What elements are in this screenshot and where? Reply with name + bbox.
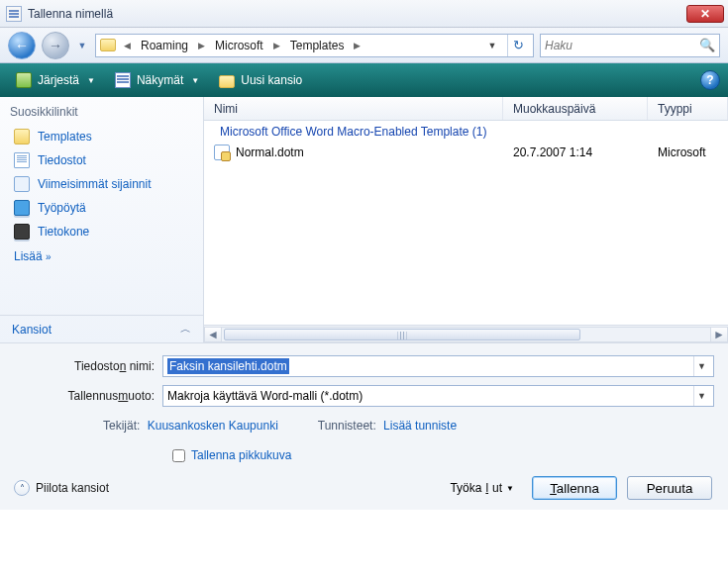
refresh-button[interactable]: ↻ <box>507 35 529 56</box>
navbar: ← → ▼ ◀ Roaming ▶ Microsoft ▶ Templates … <box>0 28 728 63</box>
chevron-right-icon[interactable]: ▶ <box>271 41 282 50</box>
recent-icon <box>14 176 30 192</box>
sidebar-item-computer[interactable]: Tietokone <box>0 220 203 243</box>
column-name[interactable]: Nimi <box>204 97 503 120</box>
save-thumbnail-checkbox[interactable] <box>172 449 185 462</box>
sidebar-item-label: Tiedostot <box>38 153 86 167</box>
hide-folders-label: Piilota kansiot <box>36 481 109 495</box>
chevron-right-icon[interactable]: ▶ <box>196 41 207 50</box>
window-title: Tallenna nimellä <box>28 7 686 21</box>
address-bar[interactable]: ◀ Roaming ▶ Microsoft ▶ Templates ▶ ▼ ↻ <box>95 34 534 57</box>
column-modified[interactable]: Muokkauspäivä <box>503 97 648 120</box>
chevron-double-right-icon: » <box>46 251 50 262</box>
tags-key: Tunnisteet: <box>318 419 376 433</box>
desktop-icon <box>14 200 30 216</box>
scroll-thumb[interactable] <box>224 329 580 340</box>
views-icon <box>115 72 131 88</box>
chevron-right-icon[interactable]: ▶ <box>352 41 363 50</box>
organize-label: Järjestä <box>38 73 79 87</box>
views-button[interactable]: Näkymät ▼ <box>107 69 207 91</box>
computer-icon <box>14 224 30 240</box>
horizontal-scrollbar[interactable]: ◄ ► <box>204 325 728 342</box>
save-form: Tiedoston nimi: Faksin kansilehti.dotm ▼… <box>0 343 728 510</box>
views-label: Näkymät <box>137 73 183 87</box>
save-thumbnail-label[interactable]: Tallenna pikkukuva <box>191 448 291 462</box>
sidebar-item-label: Templates <box>38 130 92 144</box>
search-icon[interactable]: 🔍 <box>699 38 715 52</box>
chevron-down-icon: ▼ <box>191 76 199 85</box>
filetype-label: Tallennusmuoto: <box>14 389 162 403</box>
filename-label: Tiedoston nimi: <box>14 359 162 373</box>
chevron-left-icon[interactable]: ◀ <box>122 41 133 50</box>
folder-icon <box>100 39 116 51</box>
file-name: Normal.dotm <box>236 145 513 159</box>
folders-label: Kansiot <box>12 323 52 337</box>
scroll-right-button[interactable]: ► <box>710 327 728 342</box>
filetype-value: Makroja käyttävä Word-malli (*.dotm) <box>167 389 363 403</box>
scroll-left-button[interactable]: ◄ <box>204 327 222 342</box>
sidebar-more[interactable]: Lisää » <box>0 243 203 269</box>
breadcrumb-item-0[interactable]: Roaming <box>139 39 190 52</box>
file-modified: 20.7.2007 1:14 <box>513 145 658 159</box>
command-bar: Järjestä ▼ Näkymät ▼ Uusi kansio ? <box>0 63 728 97</box>
file-group-header[interactable]: Microsoft Office Word Macro-Enabled Temp… <box>204 121 728 143</box>
filetype-combobox[interactable]: Makroja käyttävä Word-malli (*.dotm) ▼ <box>162 385 714 407</box>
folder-icon <box>14 129 30 145</box>
new-folder-label: Uusi kansio <box>241 73 302 87</box>
sidebar-item-label: Tietokone <box>38 225 89 239</box>
documents-icon <box>14 152 30 168</box>
authors-value[interactable]: Kuusankosken Kaupunki <box>148 419 278 433</box>
sidebar-item-label: Viimeisimmät sijainnit <box>38 177 151 191</box>
file-type: Microsoft <box>658 145 728 159</box>
organize-button[interactable]: Järjestä ▼ <box>8 69 103 91</box>
forward-button[interactable]: → <box>42 32 69 59</box>
new-folder-button[interactable]: Uusi kansio <box>211 70 310 90</box>
sidebar: Suosikkilinkit Templates Tiedostot Viime… <box>0 97 204 342</box>
sidebar-more-label: Lisää <box>14 249 43 263</box>
file-row[interactable]: Normal.dotm 20.7.2007 1:14 Microsoft <box>204 143 728 162</box>
file-list: Nimi Muokkauspäivä Tyyppi Microsoft Offi… <box>204 97 728 342</box>
file-icon <box>214 145 230 160</box>
filename-value[interactable]: Faksin kansilehti.dotm <box>167 358 289 374</box>
chevron-down-icon: ▼ <box>87 76 95 85</box>
authors-key: Tekijät: <box>103 419 140 433</box>
new-folder-icon <box>219 75 235 88</box>
sidebar-item-label: Työpöytä <box>38 201 86 215</box>
sidebar-item-documents[interactable]: Tiedostot <box>0 148 203 172</box>
column-type[interactable]: Tyyppi <box>648 97 728 120</box>
column-headers: Nimi Muokkauspäivä Tyyppi <box>204 97 728 121</box>
chevron-up-icon: ︿ <box>180 322 191 337</box>
filename-combobox[interactable]: Faksin kansilehti.dotm ▼ <box>162 355 714 377</box>
search-box[interactable]: 🔍 <box>540 34 720 57</box>
close-button[interactable]: ✕ <box>686 5 724 23</box>
address-dropdown[interactable]: ▼ <box>483 41 501 50</box>
chevron-down-icon[interactable]: ▼ <box>693 356 709 376</box>
search-input[interactable] <box>545 39 699 52</box>
nav-history-dropdown[interactable]: ▼ <box>75 32 89 59</box>
chevron-down-icon: ▼ <box>506 484 514 493</box>
main-area: Suosikkilinkit Templates Tiedostot Viime… <box>0 97 728 343</box>
save-button[interactable]: Tallenna <box>532 476 617 500</box>
chevron-down-icon[interactable]: ▼ <box>693 386 709 406</box>
breadcrumb-item-1[interactable]: Microsoft <box>213 39 265 52</box>
app-icon <box>6 6 22 22</box>
back-button[interactable]: ← <box>8 32 36 59</box>
sidebar-item-desktop[interactable]: Työpöytä <box>0 196 203 220</box>
scroll-track[interactable] <box>222 327 710 342</box>
cancel-button[interactable]: Peruuta <box>627 476 712 500</box>
sidebar-header: Suosikkilinkit <box>0 97 203 125</box>
sidebar-item-recent[interactable]: Viimeisimmät sijainnit <box>0 172 203 196</box>
chevron-up-icon: ˄ <box>14 480 30 496</box>
footer: ˄ Piilota kansiot Työkalut ▼ Tallenna Pe… <box>14 476 714 500</box>
titlebar: Tallenna nimellä ✕ <box>0 0 728 28</box>
help-button[interactable]: ? <box>700 70 720 90</box>
tags-value[interactable]: Lisää tunniste <box>383 419 457 433</box>
tools-menu[interactable]: Työkalut ▼ <box>442 477 522 499</box>
folders-toggle[interactable]: Kansiot ︿ <box>0 315 203 342</box>
breadcrumb-item-2[interactable]: Templates <box>288 39 347 52</box>
organize-icon <box>16 72 32 88</box>
sidebar-item-templates[interactable]: Templates <box>0 125 203 148</box>
hide-folders-button[interactable]: ˄ Piilota kansiot <box>14 480 109 496</box>
